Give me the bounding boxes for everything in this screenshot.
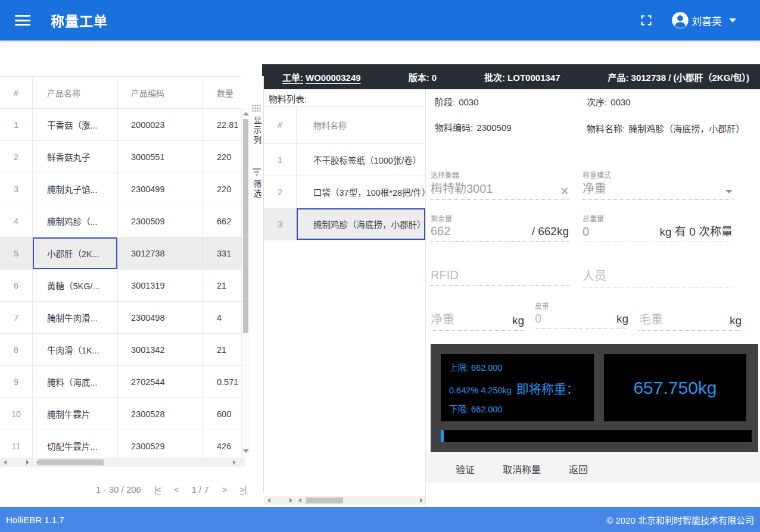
scroll-up-icon[interactable] bbox=[243, 112, 249, 115]
material-hscrollbar-left[interactable] bbox=[264, 496, 296, 505]
table-cell: 干香菇（涨... bbox=[33, 109, 118, 140]
filter-icon bbox=[253, 168, 261, 176]
person-input[interactable]: 人员 bbox=[583, 267, 606, 284]
material-table-header: # 物料名称 bbox=[264, 107, 425, 144]
table-cell: 不干胶标签纸（1000张/卷） bbox=[297, 144, 425, 176]
show-columns-button[interactable]: 显示列 bbox=[251, 105, 263, 146]
work-order-hscrollbar[interactable] bbox=[35, 458, 245, 467]
version-label: 版本: bbox=[409, 73, 429, 83]
table-row[interactable]: 7腌制牛肉滑...23004984 bbox=[0, 302, 241, 334]
order-batch: 批次:LOT0001347 bbox=[484, 71, 562, 83]
pagination-range: 1 - 30 / 206 bbox=[96, 484, 141, 495]
tare-weight-field[interactable]: 皮重 0kg bbox=[535, 301, 628, 329]
progress-fill bbox=[441, 430, 444, 442]
scale-select-value: 梅特勒3001 bbox=[431, 179, 493, 196]
material-hscrollbar[interactable] bbox=[297, 496, 425, 505]
last-page-icon[interactable]: >| bbox=[239, 484, 246, 495]
table-row[interactable]: 4腌制鸡胗（...2300509662 bbox=[0, 205, 241, 237]
user-name[interactable]: 刘喜英 bbox=[692, 13, 722, 28]
table-row[interactable]: 2口袋（37型，100根*28把/件） bbox=[264, 176, 425, 208]
table-cell: 7 bbox=[0, 302, 33, 333]
table-row[interactable]: 5小郡肝（2K...3012738331 bbox=[0, 237, 241, 270]
table-row[interactable]: 8牛肉滑（1K...300134221 bbox=[0, 334, 241, 366]
scroll-left-icon[interactable] bbox=[267, 498, 270, 503]
gross-weight-input[interactable]: 毛重 bbox=[639, 310, 663, 327]
table-cell: 3 bbox=[264, 208, 297, 240]
table-row[interactable]: 6黄糖（5KG/...300131921 bbox=[0, 270, 241, 302]
next-page-icon[interactable]: > bbox=[222, 484, 227, 495]
net-weight-field[interactable]: 净重kg bbox=[431, 301, 524, 331]
table-cell: 6 bbox=[0, 270, 33, 301]
table-cell: 腌制牛霖片 bbox=[33, 398, 118, 430]
table-cell: 2702544 bbox=[118, 366, 203, 398]
table-cell: 220 bbox=[203, 141, 241, 173]
work-order-hscrollbar-left[interactable] bbox=[0, 458, 34, 467]
remaining-suffix: / 662kg bbox=[532, 225, 569, 238]
tare-weight-input[interactable]: 0 bbox=[535, 312, 541, 326]
table-cell: 1 bbox=[0, 109, 33, 140]
column-header-product-name: 产品名称 bbox=[33, 77, 118, 108]
table-cell: 3000551 bbox=[118, 141, 203, 173]
table-row[interactable]: 3腌制鸡胗（海底捞，小郡肝） bbox=[264, 208, 425, 240]
material-code-value: 2300509 bbox=[476, 123, 511, 133]
table-cell: 3001342 bbox=[118, 334, 203, 365]
clear-icon[interactable]: × bbox=[560, 186, 569, 196]
back-button[interactable]: 返回 bbox=[569, 462, 588, 476]
order-number[interactable]: 工单:WO00003249 bbox=[282, 71, 363, 83]
table-cell: 600 bbox=[203, 398, 241, 430]
rfid-input[interactable]: RFID bbox=[431, 268, 459, 282]
cancel-weighing-button[interactable]: 取消称量 bbox=[503, 462, 541, 476]
user-avatar-icon[interactable] bbox=[671, 11, 689, 29]
table-row[interactable]: 1不干胶标签纸（1000张/卷） bbox=[264, 144, 425, 176]
scroll-right-icon[interactable] bbox=[289, 498, 292, 503]
table-row[interactable]: 1干香菇（涨...200002322.81 bbox=[0, 109, 241, 141]
scroll-left-icon[interactable] bbox=[4, 460, 7, 465]
table-cell: 3012738 bbox=[118, 237, 203, 269]
rfid-field[interactable]: RFID bbox=[431, 267, 569, 286]
table-row[interactable]: 3腌制丸子馅...2300499220 bbox=[0, 173, 241, 205]
scrollbar-thumb[interactable] bbox=[243, 119, 248, 333]
table-row[interactable]: 2鲜香菇丸子3000551220 bbox=[0, 141, 241, 173]
material-table-body: 1不干胶标签纸（1000张/卷）2口袋（37型，100根*28把/件）3腌制鸡胗… bbox=[264, 144, 425, 240]
scroll-right-icon[interactable] bbox=[420, 498, 423, 503]
net-weight-input[interactable]: 净重 bbox=[431, 310, 454, 327]
work-order-vertical-scrollbar[interactable] bbox=[241, 108, 250, 457]
total-weight-suffix: kg 有 0 次称量 bbox=[660, 223, 733, 239]
remaining-value[interactable]: 662 bbox=[431, 224, 450, 238]
show-columns-label: 显示列 bbox=[251, 116, 263, 146]
previous-page-icon[interactable]: < bbox=[174, 484, 179, 495]
tare-weight-label: 皮重 bbox=[535, 301, 628, 310]
first-page-icon[interactable]: |< bbox=[154, 484, 161, 495]
table-cell: 0.571 bbox=[203, 366, 241, 398]
scroll-right-icon[interactable] bbox=[26, 460, 29, 465]
table-row[interactable]: 10腌制牛霖片2300528600 bbox=[0, 398, 241, 430]
scroll-left-icon[interactable] bbox=[298, 498, 301, 503]
table-cell: 黄糖（5KG/... bbox=[33, 270, 118, 301]
batch-label: 批次: bbox=[484, 73, 505, 83]
table-cell: 腌制鸡胗（... bbox=[33, 205, 118, 237]
gross-weight-field[interactable]: 毛重kg bbox=[639, 301, 742, 331]
menu-icon[interactable] bbox=[15, 15, 30, 26]
work-order-table: # 产品名称 产品编码 数量 1干香菇（涨...200002322.812鲜香菇… bbox=[0, 76, 241, 462]
fullscreen-icon[interactable] bbox=[639, 13, 653, 27]
scroll-right-icon[interactable] bbox=[233, 460, 236, 465]
stage-field: 阶段:0030 bbox=[435, 96, 479, 108]
filter-button[interactable]: 筛选 bbox=[251, 168, 263, 199]
scale-select-field[interactable]: 选择衡器 梅特勒3001× bbox=[431, 170, 569, 200]
column-header-material-name: 物料名称 bbox=[297, 107, 425, 143]
table-cell: 2300509 bbox=[118, 205, 203, 237]
app-footer: HolliEBR 1.1.7 © 2020 北京和利时智能技术有限公司 bbox=[0, 507, 760, 532]
verify-button[interactable]: 验证 bbox=[456, 462, 475, 476]
table-cell: 腌制鸡胗（海底捞，小郡肝） bbox=[297, 208, 425, 240]
person-field[interactable]: 人员 bbox=[583, 267, 733, 287]
user-menu-caret-icon[interactable] bbox=[729, 18, 736, 23]
scrollbar-thumb[interactable] bbox=[38, 459, 104, 465]
total-weight-value[interactable]: 0 bbox=[583, 225, 589, 239]
scroll-down-icon[interactable] bbox=[243, 449, 249, 453]
scrollbar-thumb[interactable] bbox=[306, 497, 343, 503]
columns-grid-icon bbox=[252, 105, 261, 112]
weigh-mode-field[interactable]: 称量模式 净重 bbox=[583, 170, 733, 200]
table-row[interactable]: 9腌料（海底...27025440.571 bbox=[0, 366, 241, 398]
chevron-down-icon[interactable] bbox=[725, 190, 733, 193]
material-code-field: 物料编码:2300509 bbox=[435, 122, 512, 134]
